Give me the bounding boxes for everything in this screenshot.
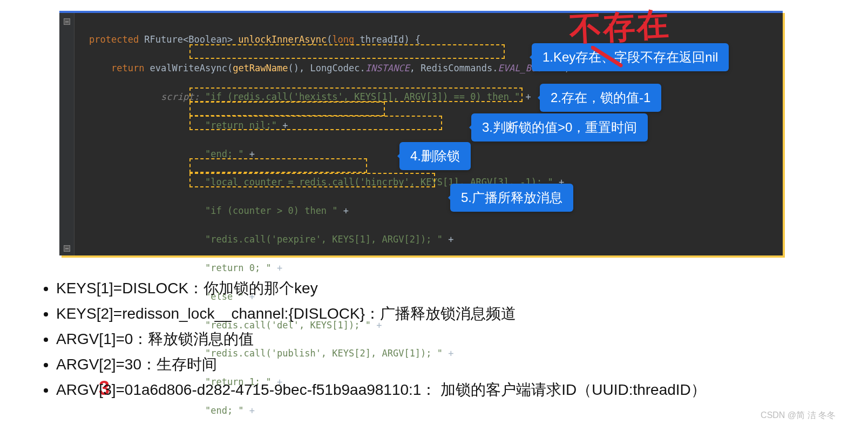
callout-1: 1.Key存在、字段不存在返回nil [532,43,729,71]
fold-icon[interactable]: – [64,245,70,252]
callout-2: 2.存在，锁的值-1 [540,84,661,112]
list-item: ARGV[2]=30：生存时间 [56,352,706,377]
list-item: KEYS[1]=DISLOCK：你加锁的那个key [56,275,706,301]
bullet-list: KEYS[1]=DISLOCK：你加锁的那个key KEYS[2]=rediss… [36,275,706,402]
list-item: ARGV[3]=01a6d806-d282-4715-9bec-f51b9aa9… [56,377,706,402]
callout-5: 5.广播所释放消息 [450,184,573,212]
gutter: – – [59,13,74,255]
fold-icon[interactable]: – [64,18,70,25]
list-item: ARGV[1]=0：释放锁消息的值 [56,326,706,352]
watermark: CSDN @简 洁 冬冬 [761,410,836,421]
list-item: KEYS[2]=redisson_lock__channel:{DISLOCK}… [56,301,706,326]
callout-3: 3.判断锁的值>0，重置时间 [471,113,648,142]
callout-4: 4.删除锁 [399,142,471,170]
